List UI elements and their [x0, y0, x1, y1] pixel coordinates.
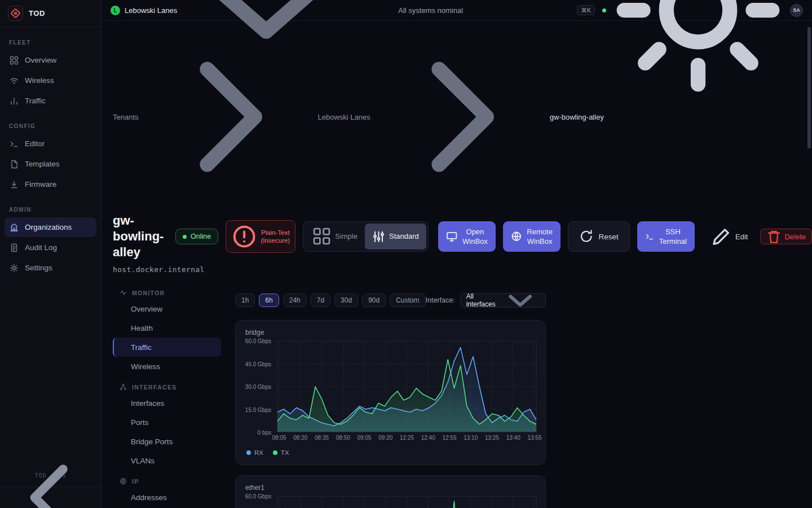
sidebar-collapse-button[interactable]: [0, 487, 101, 508]
subnav-item-bridge-ports[interactable]: Bridge Ports: [113, 432, 221, 451]
subnav-item-addresses[interactable]: Addresses: [113, 488, 221, 507]
view-mode-standard[interactable]: Standard: [365, 224, 426, 249]
open-winbox-button[interactable]: Open WinBox: [438, 221, 496, 252]
monitor-icon: [446, 231, 457, 242]
breadcrumb-item-tenants[interactable]: Tenants: [113, 113, 139, 121]
open-winbox-label: Open WinBox: [462, 227, 488, 246]
sidebar-item-firmware[interactable]: Firmware: [5, 174, 96, 194]
range-button-1h[interactable]: 1h: [235, 294, 255, 307]
ssh-terminal-button[interactable]: SSH Terminal: [637, 221, 695, 252]
sidebar-item-label: Settings: [25, 264, 52, 272]
subnav-item-interfaces[interactable]: Interfaces: [113, 393, 221, 413]
subnav-section-monitor: MONITOR: [120, 289, 221, 296]
subnav-item-health[interactable]: Health: [113, 318, 221, 338]
sidebar-item-templates[interactable]: Templates: [5, 154, 96, 174]
sidebar-item-editor[interactable]: Editor: [5, 134, 96, 154]
health-indicator-dot: [602, 8, 606, 12]
view-mode-simple[interactable]: Simple: [305, 224, 365, 249]
sidebar-item-settings[interactable]: Settings: [5, 258, 96, 278]
remote-winbox-button[interactable]: Remote WinBox: [503, 221, 561, 252]
scrollbar-thumb[interactable]: [807, 27, 811, 148]
page-title: gw-bowling-alley: [113, 213, 168, 260]
chart-controls: 1h6h24h7d30d90dCustom Interface: All int…: [235, 293, 546, 308]
x-axis: 08:0508:2008:3508:5009:0509:2012:2512:40…: [277, 435, 537, 443]
x-axis-label: 12:55: [442, 435, 456, 441]
subnav-item-overview[interactable]: Overview: [113, 299, 221, 318]
chevron-down-icon: [501, 281, 540, 319]
range-button-custom[interactable]: Custom: [390, 294, 425, 307]
terminal-icon: [645, 232, 654, 241]
subnav-item-vlans[interactable]: VLANs: [113, 451, 221, 470]
legend-rx: RX: [246, 449, 263, 456]
chevron-right-icon: [144, 32, 313, 202]
x-axis-label: 12:40: [421, 435, 435, 441]
reset-label: Reset: [598, 233, 618, 241]
device-host: host.docker.internal: [113, 265, 812, 274]
chart-legend: RXTX: [246, 449, 537, 456]
sidebar-item-organizations[interactable]: Organizations: [5, 217, 96, 237]
sidebar-item-audit-log[interactable]: Audit Log: [5, 238, 96, 257]
app-name: TOD: [29, 9, 45, 17]
globe-icon: [120, 478, 127, 485]
sidebar-item-traffic[interactable]: Traffic: [5, 91, 96, 111]
x-axis-label: 09:05: [357, 435, 371, 441]
reset-button[interactable]: Reset: [568, 221, 630, 252]
diamond-icon: [8, 6, 23, 20]
refresh-icon: [579, 229, 594, 244]
download-icon: [10, 180, 19, 189]
nodes-icon: [120, 383, 127, 391]
range-button-24h[interactable]: 24h: [283, 294, 307, 307]
range-button-6h[interactable]: 6h: [259, 294, 279, 307]
grid-icon: [10, 56, 19, 65]
online-badge-label: Online: [191, 233, 211, 240]
sliders-icon: [372, 230, 385, 243]
grid-icon: [312, 227, 331, 246]
chart-title: ether1: [245, 484, 537, 492]
chart-title: bridge: [245, 329, 537, 336]
x-axis-label: 13:25: [485, 435, 499, 441]
globe-icon: [511, 231, 522, 242]
wifi-icon: [10, 76, 19, 85]
x-axis-label: 12:25: [400, 435, 414, 441]
pencil-icon: [710, 226, 732, 247]
command-palette-shortcut[interactable]: ⌘K: [577, 5, 595, 15]
x-axis-label: 08:20: [293, 435, 307, 441]
breadcrumb-item-gw-bowling-alley: gw-bowling-alley: [550, 113, 604, 121]
online-dot-icon: [183, 235, 187, 239]
online-status-badge: Online: [175, 229, 218, 244]
alert-icon: [231, 224, 257, 249]
breadcrumb-item-lebowski-lanes[interactable]: Lebowski Lanes: [318, 113, 370, 121]
building-icon: [10, 223, 19, 232]
sidebar-item-overview[interactable]: Overview: [5, 50, 96, 70]
sidebar-item-label: Overview: [25, 56, 56, 64]
breadcrumb: TenantsLebowski Lanesgw-bowling-alley: [113, 32, 812, 202]
plot-area: [277, 496, 537, 508]
delete-button[interactable]: Delete: [760, 229, 812, 244]
subnav-item-traffic[interactable]: Traffic: [113, 338, 221, 357]
chevron-right-icon: [376, 32, 545, 202]
range-button-90d[interactable]: 90d: [362, 294, 386, 307]
x-axis-label: 08:50: [336, 435, 350, 441]
x-axis-label: 13:10: [464, 435, 478, 441]
interface-select[interactable]: All interfaces: [460, 293, 546, 308]
user-avatar[interactable]: SA: [790, 4, 803, 17]
range-button-7d[interactable]: 7d: [311, 294, 330, 307]
interface-label: Interface:: [426, 296, 455, 304]
y-axis-label: 15.0 Gbps: [245, 406, 271, 413]
sidebar-item-wireless[interactable]: Wireless: [5, 71, 96, 90]
app-root: TOD FLEETOverviewWirelessTrafficCONFIGEd…: [0, 0, 812, 508]
main-area: L Lebowski Lanes All systems nominal ⌘K …: [102, 0, 812, 508]
device-subnav: MONITOROverviewHealthTrafficWirelessINTE…: [113, 282, 221, 508]
tx-dot-icon: [273, 450, 277, 455]
x-axis-label: 08:05: [272, 435, 286, 441]
view-mode-toggle: Simple Standard: [303, 221, 429, 251]
topbar: L Lebowski Lanes All systems nominal ⌘K …: [102, 0, 812, 21]
subnav-item-ports[interactable]: Ports: [113, 413, 221, 432]
edit-button[interactable]: Edit: [705, 229, 753, 244]
file-icon: [10, 160, 19, 169]
subnav-item-wireless[interactable]: Wireless: [113, 357, 221, 376]
x-axis-label: 08:35: [315, 435, 329, 441]
range-button-30d[interactable]: 30d: [334, 294, 358, 307]
sidebar-item-label: Wireless: [25, 76, 54, 85]
y-axis-label: 0 bps: [258, 430, 271, 436]
